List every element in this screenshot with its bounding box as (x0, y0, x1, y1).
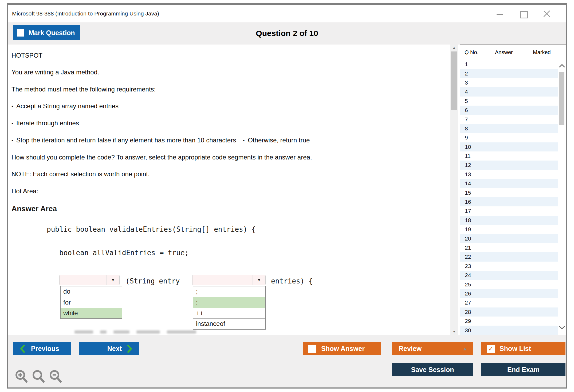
dropdown-option[interactable]: instanceof (193, 318, 265, 329)
question-list-row[interactable]: 22 (460, 252, 558, 261)
caret-up-icon: ▲ (462, 346, 467, 352)
next-button[interactable]: Next (79, 342, 139, 355)
scrollbar-thumb[interactable] (559, 72, 564, 125)
scroll-up-icon[interactable]: ▲ (450, 45, 458, 51)
question-number: 23 (465, 263, 471, 269)
requirement-bullet-2: ▪Iterate through entries (11, 119, 79, 127)
bottom-toolbar: Previous Next Show Answer Review ▲ ✓ Sho… (8, 335, 566, 387)
review-button[interactable]: Review ▲ (392, 342, 473, 355)
question-list-row[interactable]: 15 (460, 188, 558, 197)
question-list-row[interactable]: 7 (460, 115, 558, 124)
dropdown-option[interactable]: for (61, 297, 122, 308)
question-list-row[interactable]: 3 (460, 78, 558, 87)
show-answer-button[interactable]: Show Answer (303, 342, 381, 355)
close-icon[interactable] (543, 10, 551, 18)
question-number: 17 (465, 208, 471, 214)
next-label: Next (107, 345, 122, 353)
column-header-answer: Answer (495, 49, 513, 55)
chevron-down-icon[interactable] (559, 326, 565, 330)
question-number: 16 (465, 199, 471, 205)
chevron-down-icon[interactable]: ▼ (107, 275, 119, 285)
question-number: 14 (465, 180, 471, 187)
question-list-row[interactable]: 28 (460, 307, 558, 317)
question-list-row[interactable]: 19 (460, 225, 558, 234)
question-number: 30 (465, 327, 471, 334)
dropdown-value (60, 275, 107, 285)
question-list-row[interactable]: 8 (460, 124, 558, 133)
question-number: 24 (465, 272, 471, 278)
chevron-up-icon[interactable] (559, 63, 565, 68)
question-list-row[interactable]: 14 (460, 179, 558, 188)
zoom-icon[interactable] (32, 369, 45, 384)
question-number: 29 (465, 318, 471, 324)
question-list-row[interactable]: 23 (460, 262, 558, 271)
zoom-in-icon[interactable] (15, 369, 28, 384)
question-list-row[interactable]: 24 (460, 271, 558, 280)
chevron-down-icon[interactable]: ▼ (253, 275, 265, 285)
question-list-panel: Q No. Answer Marked 12345678910111213141… (460, 45, 566, 335)
question-number: 15 (465, 190, 471, 196)
question-list-row[interactable]: 25 (460, 280, 558, 289)
question-list-scrollbar[interactable] (558, 60, 566, 336)
scrollbar-thumb[interactable] (451, 51, 457, 110)
zoom-controls (15, 369, 62, 384)
dropdown-option[interactable]: while (61, 308, 122, 318)
show-answer-checkbox[interactable] (308, 345, 316, 353)
scroll-down-icon[interactable]: ▼ (450, 329, 458, 335)
question-list-row[interactable]: 26 (460, 289, 558, 298)
question-list-row[interactable]: 6 (460, 106, 558, 115)
question-list-row[interactable]: 30 (460, 326, 558, 335)
question-list-row[interactable]: 2 (460, 69, 558, 78)
window-title: Microsoft 98-388 (Introduction to Progra… (12, 10, 159, 17)
dropdown1-options: doforwhile (60, 286, 122, 319)
answer-area-title: Answer Area (11, 205, 57, 213)
question-list-row[interactable]: 10 (460, 142, 558, 151)
question-instruction: How should you complete the code? To ans… (11, 154, 312, 161)
question-list-row[interactable]: 4 (460, 87, 558, 96)
question-list-row[interactable]: 12 (460, 161, 558, 170)
loop-keyword-dropdown[interactable]: ▼ (59, 275, 120, 285)
content-scrollbar[interactable]: ▲ ▼ (450, 45, 458, 335)
review-label: Review (399, 345, 422, 353)
question-counter: Question 2 of 10 (8, 29, 566, 38)
question-note: NOTE: Each correct selection is worth on… (11, 170, 150, 178)
dropdown-option[interactable]: ; (193, 286, 265, 297)
question-number: 21 (465, 245, 471, 251)
question-number: 10 (465, 144, 471, 150)
column-header-qno: Q No. (465, 49, 478, 55)
question-intro: You are writing a Java method. (11, 69, 99, 76)
question-list-row[interactable]: 9 (460, 133, 558, 142)
question-list-row[interactable]: 17 (460, 206, 558, 215)
operator-dropdown[interactable]: ▼ (192, 275, 266, 285)
show-list-checkbox[interactable]: ✓ (487, 345, 495, 353)
code-line-2: boolean allValidEntries = true; (59, 249, 189, 257)
save-session-button[interactable]: Save Session (392, 363, 473, 376)
window-controls (496, 9, 551, 19)
question-list-row[interactable]: 1 (460, 60, 558, 69)
question-list-row[interactable]: 29 (460, 317, 558, 326)
question-list-header: Q No. Answer Marked (460, 45, 566, 59)
question-list-row[interactable]: 27 (460, 298, 558, 307)
dropdown-option[interactable]: : (193, 297, 265, 308)
question-list-row[interactable]: 16 (460, 197, 558, 206)
minimize-icon[interactable] (496, 10, 504, 18)
dropdown-option[interactable]: ++ (193, 308, 265, 318)
show-list-button[interactable]: ✓ Show List (481, 342, 565, 355)
maximize-icon[interactable] (519, 10, 527, 18)
question-number: 6 (465, 107, 468, 113)
zoom-out-icon[interactable] (49, 369, 62, 384)
question-list-row[interactable]: 21 (460, 243, 558, 252)
question-list-row[interactable]: 20 (460, 234, 558, 243)
clipped-code-line (74, 330, 213, 334)
question-list-row[interactable]: 13 (460, 170, 558, 179)
question-list-row[interactable]: 5 (460, 97, 558, 106)
question-list-row[interactable]: 18 (460, 216, 558, 225)
previous-button[interactable]: Previous (13, 342, 71, 355)
question-requirements-lead: The method must meet the following requi… (11, 86, 156, 93)
show-list-label: Show List (500, 345, 531, 353)
end-exam-button[interactable]: End Exam (481, 363, 565, 376)
question-number: 20 (465, 235, 471, 242)
question-list-row[interactable]: 11 (460, 151, 558, 161)
panel-divider (458, 45, 460, 335)
dropdown-option[interactable]: do (61, 286, 122, 297)
